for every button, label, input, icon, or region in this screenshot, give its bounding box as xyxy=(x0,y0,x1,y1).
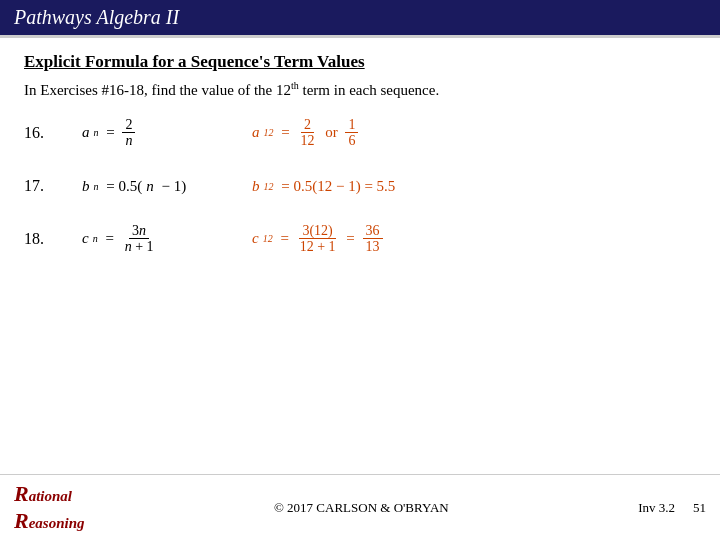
intro-text: In Exercises #16-18, find the value of t… xyxy=(24,80,696,99)
page-header: Pathways Algebra II xyxy=(0,0,720,38)
exercise-16-formula-right: a12 = 2 12 or 1 6 xyxy=(252,117,358,149)
section-title: Explicit Formula for a Sequence's Term V… xyxy=(24,52,696,72)
logo-rational: Rational xyxy=(14,481,85,507)
exercise-17: 17. bn = 0.5(n − 1) b12 = 0.5(12 − 1) = … xyxy=(24,177,696,195)
page-footer: Rational Reasoning © 2017 CARLSON & O'BR… xyxy=(0,474,720,540)
exercise-18: 18. cn = 3n n + 1 c12 = 3(12) xyxy=(24,223,696,255)
inv-label: Inv 3.2 xyxy=(638,500,675,516)
exercise-16-formula-left: an = 2 n xyxy=(82,117,222,149)
exercise-17-number: 17. xyxy=(24,177,52,195)
footer-right: Inv 3.2 51 xyxy=(638,500,706,516)
exercise-16: 16. an = 2 n a12 = 2 12 xyxy=(24,117,696,149)
exercise-17-formula-right: b12 = 0.5(12 − 1) = 5.5 xyxy=(252,177,395,195)
exercise-17-formula-left: bn = 0.5(n − 1) xyxy=(82,177,222,195)
exercise-18-number: 18. xyxy=(24,230,52,248)
exercise-18-formula-left: cn = 3n n + 1 xyxy=(82,223,222,255)
exercises-list: 16. an = 2 n a12 = 2 12 xyxy=(24,117,696,255)
page-number: 51 xyxy=(693,500,706,516)
exercise-16-number: 16. xyxy=(24,124,52,142)
logo: Rational Reasoning xyxy=(14,481,85,534)
page-title: Pathways Algebra II xyxy=(14,6,179,28)
logo-reasoning: Reasoning xyxy=(14,508,85,534)
copyright: © 2017 CARLSON & O'BRYAN xyxy=(274,500,449,516)
exercise-18-formula-right: c12 = 3(12) 12 + 1 = 36 13 xyxy=(252,223,383,255)
main-content: Explicit Formula for a Sequence's Term V… xyxy=(0,38,720,269)
